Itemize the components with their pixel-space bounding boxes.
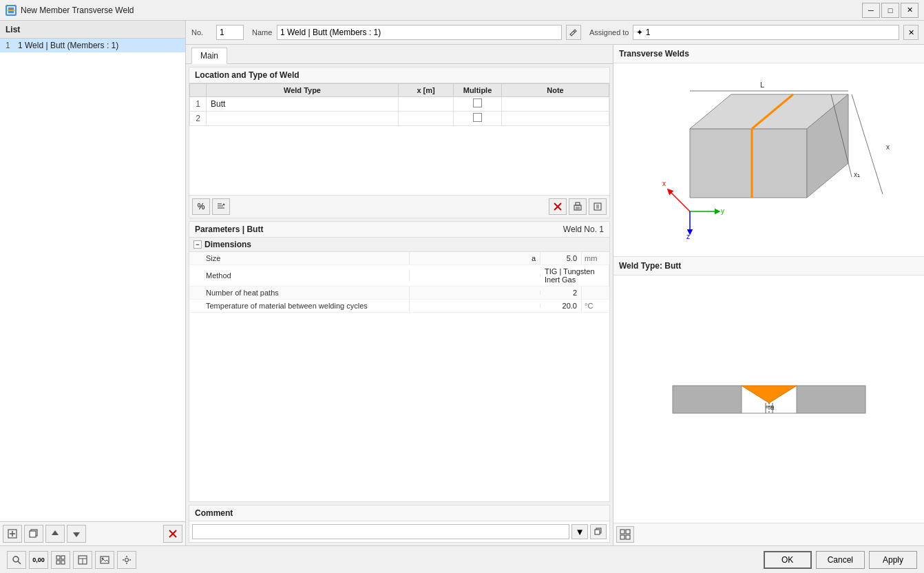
settings-button[interactable] bbox=[117, 551, 136, 569]
row1-multiple[interactable] bbox=[454, 97, 502, 112]
name-label: Name bbox=[252, 28, 273, 37]
comment-dropdown-btn[interactable]: ▼ bbox=[571, 524, 588, 539]
parameters-section: Parameters | Butt Weld No. 1 − Dimension… bbox=[189, 221, 610, 502]
location-section: Location and Type of Weld Weld Type x [m… bbox=[189, 67, 610, 218]
close-button[interactable]: ✕ bbox=[901, 3, 918, 18]
no-input[interactable] bbox=[216, 25, 244, 40]
row1-type[interactable]: Butt bbox=[207, 97, 399, 112]
new-item-button[interactable] bbox=[3, 525, 22, 543]
move-up-button[interactable] bbox=[45, 525, 65, 543]
svg-marker-27 bbox=[690, 129, 807, 198]
col-note: Note bbox=[502, 84, 609, 97]
group-toggle[interactable]: − bbox=[193, 240, 202, 249]
bottom-tools: 0,00 bbox=[7, 551, 136, 569]
move-down-button[interactable] bbox=[67, 525, 86, 543]
param-value-heat[interactable]: 2 bbox=[540, 286, 582, 299]
right-tool-button[interactable] bbox=[616, 526, 634, 543]
no-field: No. bbox=[191, 25, 244, 40]
row1-note[interactable] bbox=[502, 97, 609, 112]
copy-item-button[interactable] bbox=[24, 525, 43, 543]
minimize-button[interactable]: ─ bbox=[862, 3, 880, 18]
apply-button[interactable]: Apply bbox=[869, 551, 917, 569]
dimensions-group-header[interactable]: − Dimensions bbox=[189, 238, 609, 252]
left-panel: Main Location and Type of Weld Weld Type… bbox=[186, 45, 613, 545]
svg-line-11 bbox=[574, 31, 575, 32]
print-button[interactable] bbox=[569, 198, 587, 215]
sidebar-item-label: 1 Weld | Butt (Members : 1) bbox=[18, 41, 118, 50]
svg-rect-60 bbox=[56, 556, 60, 559]
delete-row-button[interactable] bbox=[549, 198, 567, 215]
window-controls: ─ □ ✕ bbox=[862, 3, 918, 18]
maximize-button[interactable]: □ bbox=[881, 3, 899, 18]
assigned-input[interactable] bbox=[633, 25, 899, 40]
value-button[interactable]: 0,00 bbox=[29, 551, 48, 569]
row2-x[interactable] bbox=[399, 112, 454, 126]
sidebar-content: 1 1 Weld | Butt (Members : 1) bbox=[0, 39, 185, 521]
param-letter-size: a bbox=[410, 252, 540, 264]
export-button[interactable] bbox=[589, 198, 607, 215]
table-button[interactable] bbox=[73, 551, 92, 569]
assigned-field: Assigned to ✕ bbox=[589, 25, 918, 40]
svg-text:x₁: x₁ bbox=[854, 171, 860, 178]
search-button[interactable] bbox=[7, 551, 26, 569]
svg-rect-56 bbox=[620, 535, 624, 539]
row2-multiple[interactable] bbox=[454, 112, 502, 126]
grid-button[interactable] bbox=[51, 551, 70, 569]
row1-multiple-checkbox[interactable] bbox=[473, 98, 482, 107]
param-value-size[interactable]: 5.0 bbox=[540, 252, 582, 264]
main-container: List 1 1 Weld | Butt (Members : 1) bbox=[0, 21, 924, 545]
comment-copy-btn[interactable] bbox=[590, 524, 607, 539]
table-toolbar-left: % bbox=[192, 198, 230, 215]
param-letter-temp bbox=[410, 304, 540, 308]
svg-text:y: y bbox=[721, 207, 724, 215]
param-row-temp: Temperature of material between welding … bbox=[189, 300, 609, 313]
params-body: − Dimensions Size a 5.0 bbox=[189, 238, 609, 501]
sort-button[interactable] bbox=[212, 198, 230, 215]
comment-section: Comment ▼ bbox=[189, 505, 610, 543]
no-label: No. bbox=[191, 28, 212, 37]
param-letter-heat bbox=[410, 291, 540, 295]
svg-marker-7 bbox=[52, 530, 59, 535]
right-bottom-tools bbox=[613, 523, 924, 545]
action-buttons: OK Cancel Apply bbox=[764, 551, 917, 569]
sidebar-item-1[interactable]: 1 1 Weld | Butt (Members : 1) bbox=[0, 39, 185, 52]
name-input[interactable] bbox=[277, 25, 562, 40]
param-letter-method bbox=[410, 273, 540, 278]
svg-marker-8 bbox=[73, 532, 80, 537]
row2-multiple-checkbox[interactable] bbox=[473, 113, 482, 122]
param-value-temp[interactable]: 20.0 bbox=[540, 300, 582, 312]
image-button[interactable] bbox=[95, 551, 114, 569]
name-edit-button[interactable] bbox=[566, 25, 581, 40]
tab-main[interactable]: Main bbox=[191, 48, 227, 64]
ok-button[interactable]: OK bbox=[764, 551, 812, 569]
svg-line-32 bbox=[669, 191, 690, 211]
col-x: x [m] bbox=[399, 84, 454, 97]
row2-note[interactable] bbox=[502, 112, 609, 126]
col-weld-type: Weld Type bbox=[207, 84, 399, 97]
svg-marker-46 bbox=[742, 386, 797, 403]
transverse-welds-section: Transverse Welds bbox=[613, 45, 924, 256]
svg-rect-18 bbox=[576, 202, 580, 205]
beam-diagram-svg: x y z L x₂ x₁ bbox=[649, 74, 890, 246]
param-value-method[interactable]: TIG | Tungsten Inert Gas bbox=[540, 265, 609, 286]
transverse-welds-title: Transverse Welds bbox=[613, 45, 924, 63]
name-field: Name bbox=[252, 25, 581, 40]
comment-row: ▼ bbox=[189, 521, 609, 542]
param-unit-temp: °C bbox=[582, 300, 609, 312]
row1-x[interactable] bbox=[399, 97, 454, 112]
svg-rect-62 bbox=[56, 561, 60, 564]
svg-rect-54 bbox=[620, 530, 624, 534]
cancel-button[interactable]: Cancel bbox=[816, 551, 865, 569]
percent-button[interactable]: % bbox=[192, 198, 210, 215]
svg-rect-44 bbox=[673, 386, 742, 413]
location-title: Location and Type of Weld bbox=[189, 67, 609, 83]
comment-input[interactable] bbox=[192, 524, 569, 539]
param-name-temp: Temperature of material between welding … bbox=[189, 300, 410, 312]
sidebar: List 1 1 Weld | Butt (Members : 1) bbox=[0, 21, 186, 545]
row2-type[interactable] bbox=[207, 112, 399, 126]
table-row: 2 bbox=[190, 112, 609, 126]
delete-item-button[interactable] bbox=[163, 525, 182, 543]
header-row: No. Name Assigned to ✕ bbox=[186, 21, 924, 45]
assigned-clear-button[interactable]: ✕ bbox=[903, 25, 918, 40]
panels-row: Main Location and Type of Weld Weld Type… bbox=[186, 45, 924, 545]
